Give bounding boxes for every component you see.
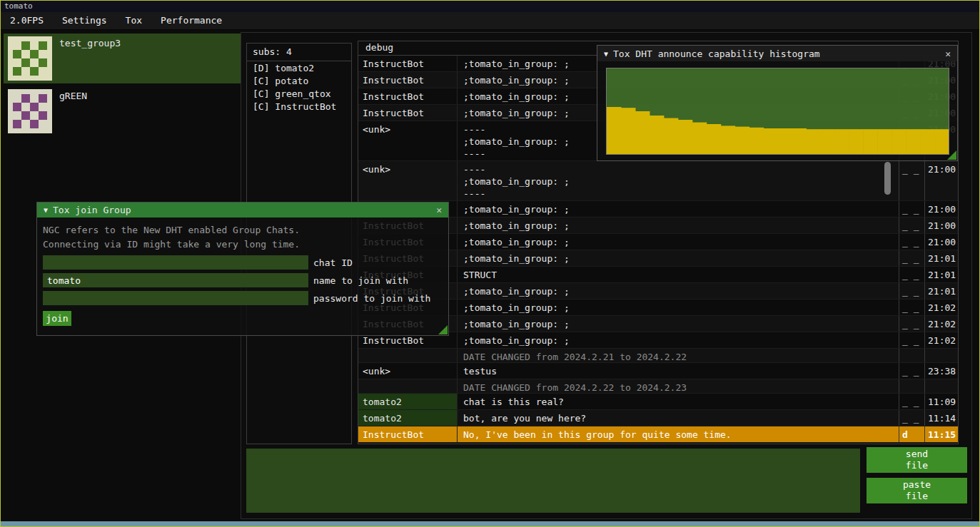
group-avatar	[8, 36, 52, 81]
sidebar-group-test_group3[interactable]: test_group3	[4, 34, 241, 83]
chat-message-time: 11:09	[924, 394, 958, 409]
chat-message-time: 21:01	[924, 250, 958, 266]
join-field-label: name to join with	[313, 275, 408, 286]
chat-message-time: 21:02	[924, 332, 958, 348]
window-title: tomato	[4, 1, 33, 11]
subs-list-item[interactable]: [C] green_qtox	[247, 87, 351, 100]
chat-message-time: 21:00	[924, 218, 958, 233]
tab-debug[interactable]: debug	[358, 41, 400, 55]
chat-message-time	[924, 349, 958, 362]
chat-message-flags: _ _	[899, 410, 924, 426]
subs-list-item[interactable]: [D] tomato2	[247, 61, 351, 74]
close-icon[interactable]: ✕	[436, 205, 442, 215]
subs-list: [D] tomato2[C] potato[C] green_qtox[C] I…	[247, 61, 351, 113]
chat-sender: InstructBot	[358, 72, 457, 88]
chat-sender: InstructBot	[358, 56, 457, 71]
bottom-edge-strip	[1, 521, 979, 526]
chat-message-text: bot, are you new here?	[457, 410, 899, 426]
chat-sender	[358, 379, 457, 393]
menu-settings[interactable]: Settings	[53, 12, 116, 29]
join-group-body: NGC refers to the New DHT enabled Group …	[37, 218, 448, 326]
chat-message-flags: d	[899, 426, 924, 442]
group-avatar	[8, 89, 52, 133]
chat-sender: <unk>	[358, 363, 457, 379]
chat-message-text: No, I've been in this group for quite so…	[457, 426, 899, 442]
chat-message-flags: _ _	[899, 267, 924, 282]
menu-performance[interactable]: Performance	[151, 12, 231, 29]
chat-message-time: 21:02	[924, 300, 958, 315]
resize-grip-icon[interactable]	[947, 150, 956, 160]
chat-message-text: ;tomato_in_group: ;	[457, 332, 899, 348]
group-name: gREEN	[59, 91, 87, 101]
chat-message-flags: _ _	[899, 283, 924, 299]
chat-sender: InstructBot	[358, 426, 457, 442]
chat-message-flags: _ _	[899, 316, 924, 332]
chat-message-row[interactable]: InstructBot No, I've been in this group …	[358, 426, 958, 443]
chat-message-text: STRUCT	[457, 267, 899, 282]
chat-message-flags	[899, 349, 924, 362]
subs-header: subs: 4	[247, 44, 351, 61]
sidebar-group-gREEN[interactable]: gREEN	[4, 86, 241, 136]
chat-message-text: DATE CHANGED from 2024.2.22 to 2024.2.23	[457, 379, 899, 393]
chat-sender: <unk>	[358, 161, 457, 200]
chat-message-row[interactable]: tomato2 bot, are you new here? _ _ 11:14	[358, 410, 958, 426]
join-field-name-to-join-with[interactable]	[43, 273, 308, 287]
collapse-icon[interactable]: ▼	[44, 206, 48, 214]
close-icon[interactable]: ✕	[945, 48, 951, 59]
join-field-label: chat ID	[313, 257, 353, 268]
chat-message-time: 11:15	[924, 426, 958, 442]
menu-tox[interactable]: Tox	[116, 12, 151, 29]
chat-message-time: 21:01	[924, 283, 958, 299]
join-field-chat-id[interactable]	[43, 255, 308, 270]
menu-bar: 2.0FPSSettingsToxPerformance	[1, 12, 979, 30]
chat-message-text: DATE CHANGED from 2024.2.21 to 2024.2.22	[457, 349, 899, 362]
chat-message-flags: _ _	[899, 300, 924, 315]
join-group-titlebar[interactable]: ▼ Tox join Group ✕	[37, 203, 448, 218]
chat-sender: tomato2	[358, 394, 457, 409]
collapse-icon[interactable]: ▼	[604, 50, 608, 58]
chat-sender: InstructBot	[358, 105, 457, 121]
chat-message-row[interactable]: tomato2 chat is this real? _ _ 11:09	[358, 394, 958, 410]
chat-sender: tomato2	[358, 410, 457, 426]
chat-message-flags: _ _	[899, 363, 924, 379]
chat-message-row[interactable]: <unk> testus _ _ 23:38	[358, 363, 958, 379]
chat-scrollbar[interactable]	[884, 162, 891, 195]
subs-list-item[interactable]: [C] potato	[247, 74, 351, 87]
chat-message-flags: _ _	[899, 394, 924, 409]
chat-message-text: chat is this real?	[457, 394, 899, 409]
chat-message-text: ;tomato_in_group: ;	[457, 234, 899, 250]
dht-histogram-window: ▼ Tox DHT announce capability histogram …	[597, 45, 958, 161]
join-group-window: ▼ Tox join Group ✕ NGC refers to the New…	[36, 202, 449, 336]
send-file-button[interactable]: send file	[867, 447, 967, 473]
chat-message-text: ;tomato_in_group: ;	[457, 201, 899, 217]
chat-message-flags: _ _	[899, 234, 924, 250]
chat-message-row[interactable]: DATE CHANGED from 2024.2.21 to 2024.2.22	[358, 349, 958, 363]
chat-message-text: ;tomato_in_group: ;	[457, 300, 899, 315]
chat-message-flags: _ _	[899, 218, 924, 233]
group-sidebar: test_group3gREEN	[4, 34, 241, 139]
chat-message-flags: _ _	[899, 332, 924, 348]
chat-sender: <unk>	[358, 121, 457, 160]
resize-grip-icon[interactable]	[438, 325, 448, 334]
chat-message-flags	[899, 379, 924, 393]
fps-counter: 2.0FPS	[1, 12, 53, 29]
join-field-password-to-join-with[interactable]	[43, 291, 308, 305]
chat-message-flags: _ _	[899, 161, 924, 200]
message-input[interactable]	[246, 449, 860, 513]
paste-file-button[interactable]: paste file	[867, 478, 967, 503]
subs-list-item[interactable]: [C] InstructBot	[247, 100, 351, 113]
chat-message-row[interactable]: <unk> ---- ;tomato_in_group: ; ---- _ _ …	[358, 161, 958, 201]
window-titlebar: tomato	[1, 1, 979, 12]
chat-sender	[358, 349, 457, 362]
chat-message-text: ;tomato_in_group: ;	[457, 283, 899, 299]
chat-message-time: 21:00	[924, 161, 958, 200]
chat-message-time: 11:14	[924, 410, 958, 426]
chat-message-text: testus	[457, 363, 899, 379]
join-info-line: Connecting via ID might take a very long…	[43, 237, 443, 252]
chat-message-row[interactable]: DATE CHANGED from 2024.2.22 to 2024.2.23	[358, 379, 958, 394]
group-name: test_group3	[59, 38, 121, 48]
join-button[interactable]: join	[43, 311, 71, 326]
join-fields: chat IDname to join withpassword to join…	[43, 255, 443, 305]
dht-histogram-titlebar[interactable]: ▼ Tox DHT announce capability histogram …	[597, 46, 957, 61]
chat-message-time: 21:02	[924, 316, 958, 332]
